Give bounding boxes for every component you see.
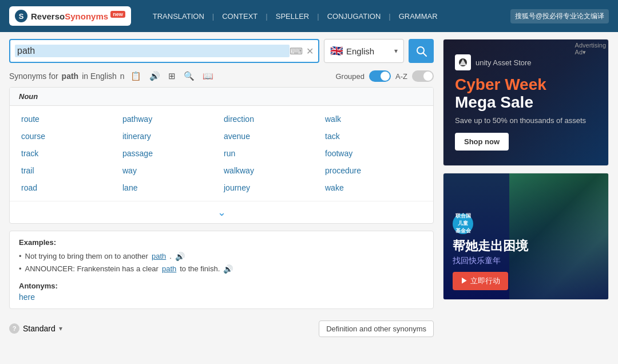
logo[interactable]: S ReversoSynonyms new <box>9 6 131 26</box>
standard-chevron: ▾ <box>59 325 62 333</box>
sohu-badge: 搜狐号@投必得专业论文编译 <box>510 9 609 23</box>
synonym-word[interactable]: route <box>19 110 120 128</box>
synonym-word[interactable]: pathway <box>120 110 221 128</box>
unicef-sub-text: 找回快乐童年 <box>453 256 599 266</box>
standard-selector[interactable]: ? Standard ▾ <box>9 323 62 334</box>
search-icon <box>415 45 427 57</box>
synonym-word[interactable]: course <box>19 128 120 145</box>
synonym-word[interactable]: trail <box>19 162 120 179</box>
nav-grammar[interactable]: GRAMMAR <box>391 12 446 21</box>
logo-synonyms: Synonyms <box>65 11 108 21</box>
speaker-icon[interactable]: 🔊 <box>147 70 163 82</box>
language-selector[interactable]: 🇬🇧 English ▾ <box>324 39 404 63</box>
syn-suffix: in English <box>82 72 117 81</box>
unity-title-line1: Cyber Week <box>455 76 546 93</box>
synonym-word[interactable]: walkway <box>221 162 323 179</box>
grouped-label: Grouped <box>335 72 365 81</box>
synonym-word[interactable]: avenue <box>221 128 323 145</box>
synonym-word[interactable]: wake <box>323 179 424 196</box>
keyboard-icon[interactable]: ⌨ <box>290 46 303 57</box>
toggle-row: Grouped A-Z <box>335 70 434 82</box>
synonym-word[interactable]: procedure <box>323 162 424 179</box>
header-right: 搜狐号@投必得专业论文编译 <box>510 9 609 23</box>
unicef-logo: 联合国儿童基金会 <box>453 213 599 234</box>
antonym-word[interactable]: here <box>19 292 35 302</box>
svg-point-0 <box>417 47 424 54</box>
expand-icon[interactable]: ⌄ <box>217 207 226 218</box>
unity-logo-text: unity Asset Store <box>476 58 532 67</box>
synonym-word[interactable]: direction <box>221 110 323 128</box>
synonym-word[interactable]: road <box>19 179 120 196</box>
sidebar: Advertising Ad▾ unity Asset Store <box>443 39 609 342</box>
zoom-icon[interactable]: 🔍 <box>181 70 197 82</box>
synonym-word[interactable]: track <box>19 145 120 162</box>
audio-icon-2[interactable]: 🔊 <box>223 263 233 275</box>
show-more: ⌄ <box>10 201 433 223</box>
synonym-word[interactable]: journey <box>221 179 323 196</box>
unicef-action-btn[interactable]: ▶ 立即行动 <box>453 272 508 290</box>
search-row: ⌨ ✕ 🇬🇧 English ▾ <box>9 39 434 63</box>
synonyms-header: Synonyms for path in English n 📋 🔊 ⊞ 🔍 📖… <box>9 70 434 82</box>
unity-title: Cyber Week Mega Sale <box>455 76 597 112</box>
example-text-1: Not trying to bring them on to another <box>25 251 148 263</box>
definition-button[interactable]: Definition and other synonyms <box>319 321 434 337</box>
nav-context[interactable]: CONTEXT <box>214 12 266 21</box>
unity-logo: unity Asset Store <box>455 54 597 70</box>
unity-icon <box>458 57 468 68</box>
search-button[interactable] <box>409 39 434 63</box>
unicef-ad-content: 联合国儿童基金会 帮她走出困境 找回快乐童年 ▶ 立即行动 <box>443 173 608 299</box>
ad1-label: Advertising Ad▾ <box>575 42 606 56</box>
synonym-word[interactable]: tack <box>323 128 424 145</box>
logo-icon: S <box>15 10 27 22</box>
main-layout: ⌨ ✕ 🇬🇧 English ▾ Synonyms for path in En… <box>0 32 618 349</box>
grid-icon[interactable]: ⊞ <box>166 70 178 82</box>
unity-ad-content: unity Asset Store Cyber Week Mega Sale S… <box>443 39 608 165</box>
synonyms-grid: routepathwaydirectionwalkcourseitinerary… <box>10 106 433 201</box>
example-link-2[interactable]: path <box>162 263 176 275</box>
synonym-word[interactable]: passage <box>120 145 221 162</box>
nav-translation[interactable]: TRANSLATION <box>145 12 212 21</box>
clear-icon[interactable]: ✕ <box>306 46 314 57</box>
chevron-down-icon: ▾ <box>394 47 398 55</box>
svg-line-1 <box>423 53 426 56</box>
az-label: A-Z <box>395 72 407 81</box>
syn-part: n <box>120 72 125 81</box>
flag-icon: 🇬🇧 <box>330 45 343 57</box>
examples-section: Examples: • Not trying to bring them on … <box>9 231 434 309</box>
unity-subtitle: Save up to 50% on thousands of assets <box>455 116 597 125</box>
header: S ReversoSynonyms new TRANSLATION | CONT… <box>0 0 618 32</box>
examples-title: Examples: <box>19 238 424 247</box>
search-input[interactable] <box>15 45 290 57</box>
synonym-word[interactable]: way <box>120 162 221 179</box>
nav-speller[interactable]: SPELLER <box>268 12 318 21</box>
content-area: ⌨ ✕ 🇬🇧 English ▾ Synonyms for path in En… <box>9 39 434 342</box>
example-item-2: • ANNOUNCER: Frankenstein has a clear pa… <box>19 263 424 275</box>
synonym-word[interactable]: run <box>221 145 323 162</box>
unicef-logo-icon: 联合国儿童基金会 <box>453 213 473 234</box>
audio-icon-1[interactable]: 🔊 <box>175 250 185 263</box>
ad-unicef: Advertising Ad▾ 联合国儿童基金会 帮她走出困境 找回快乐童年 ▶… <box>443 173 609 300</box>
main-nav: TRANSLATION | CONTEXT | SPELLER | CONJUG… <box>145 12 506 21</box>
synonyms-table: Noun routepathwaydirectionwalkcourseitin… <box>9 87 434 224</box>
ad1-ad-badge: Ad▾ <box>575 49 586 56</box>
synonym-word[interactable]: lane <box>120 179 221 196</box>
antonyms-section: Antonyms: here <box>19 282 424 302</box>
syn-word: path <box>62 72 79 81</box>
question-icon: ? <box>9 323 19 334</box>
unicef-main-text: 帮她走出困境 <box>453 239 599 254</box>
nav-conjugation[interactable]: CONJUGATION <box>319 12 389 21</box>
language-label: English <box>346 46 391 56</box>
synonym-word[interactable]: walk <box>323 110 424 128</box>
example-item-1: • Not trying to bring them on to another… <box>19 250 424 263</box>
example-link-1[interactable]: path <box>152 251 166 263</box>
grouped-toggle[interactable] <box>369 70 391 82</box>
copy-icon[interactable]: 📋 <box>128 70 144 82</box>
synonym-word[interactable]: footway <box>323 145 424 162</box>
standard-label: Standard <box>23 324 56 333</box>
search-box: ⌨ ✕ <box>9 39 319 63</box>
synonym-word[interactable]: itinerary <box>120 128 221 145</box>
book-icon[interactable]: 📖 <box>200 70 216 82</box>
az-toggle[interactable] <box>412 70 434 82</box>
synonyms-title: Synonyms for path in English n 📋 🔊 ⊞ 🔍 📖 <box>9 70 216 82</box>
unity-shop-btn[interactable]: Shop now <box>455 133 509 151</box>
